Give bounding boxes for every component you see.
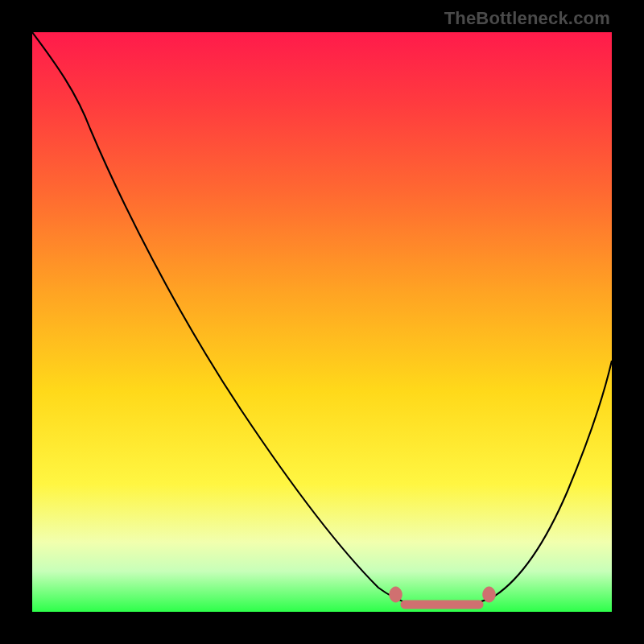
chart-frame: TheBottleneck.com	[0, 0, 644, 644]
attribution-text: TheBottleneck.com	[444, 8, 610, 29]
valley-marker-bar	[401, 601, 483, 609]
bottleneck-curve	[32, 32, 612, 612]
valley-marker-right	[483, 587, 496, 602]
valley-marker-left	[390, 587, 402, 602]
plot-area	[32, 32, 612, 612]
